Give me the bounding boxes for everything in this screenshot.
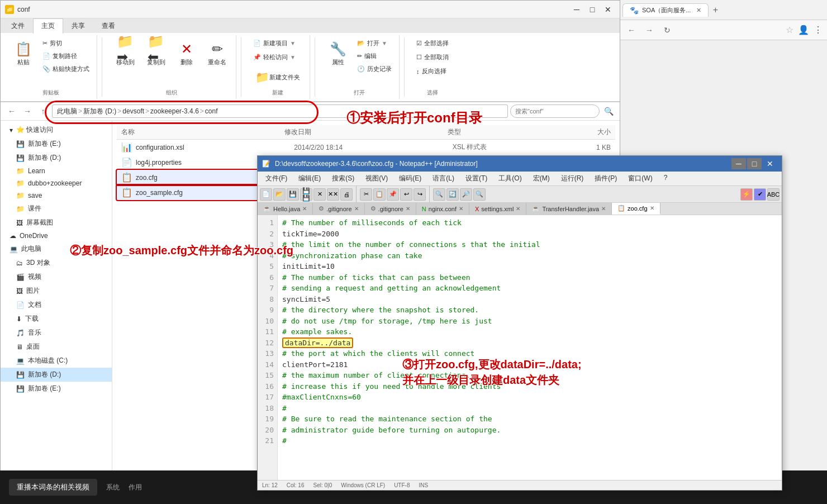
up-button[interactable]: ↑	[36, 104, 50, 118]
npp-close[interactable]: ✕	[763, 158, 777, 169]
col-header-date[interactable]: 修改日期	[284, 127, 448, 137]
easy-access-button[interactable]: 📌 轻松访问 ▼	[250, 51, 298, 63]
browser-user-icon[interactable]: 👤	[798, 25, 809, 35]
menu-tools[interactable]: 工具(O)	[493, 173, 527, 184]
sidebar-item-3d[interactable]: 🗂 3D 对象	[1, 256, 112, 270]
maximize-button[interactable]: □	[585, 4, 600, 15]
menu-help[interactable]: ?	[658, 173, 673, 184]
npp-tab-transfer[interactable]: ☕ TransferHandler.java ✕	[526, 203, 612, 215]
edit-button[interactable]: ✏ 编辑	[354, 50, 395, 62]
select-none-button[interactable]: ☐ 全部取消	[414, 51, 451, 63]
tab-share[interactable]: 共享	[63, 18, 93, 33]
tool-replace[interactable]: 🔄	[446, 188, 459, 201]
copy-path-button[interactable]: 📄 复制路径	[40, 50, 92, 62]
rename-button[interactable]: ✏ 重命名	[203, 37, 231, 69]
tool-undo[interactable]: ↩	[400, 188, 412, 201]
properties-button[interactable]: 🔧 属性	[324, 37, 352, 69]
sidebar-item-e[interactable]: 💾 新加卷 (E:)	[1, 137, 112, 151]
col-header-size[interactable]: 大小	[529, 127, 611, 137]
sidebar-item-pictures[interactable]: 🖼 图片	[1, 284, 112, 298]
video-replay-button[interactable]: 重播本词条的相关视频	[9, 479, 97, 496]
tool-find[interactable]: 🔍	[433, 188, 445, 201]
menu-language[interactable]: 语言(L)	[427, 173, 460, 184]
tool-paste[interactable]: 📌	[387, 188, 399, 201]
menu-macro[interactable]: 宏(M)	[527, 173, 555, 184]
tool-cut[interactable]: ✂	[360, 188, 372, 201]
tool-close[interactable]: ✕	[313, 188, 326, 201]
menu-search[interactable]: 搜索(S)	[326, 173, 360, 184]
search-input[interactable]	[510, 104, 600, 118]
cut-button[interactable]: ✂ 剪切	[40, 37, 92, 49]
npp-tab-gitignore1[interactable]: ⚙ .gitignore ✕	[313, 203, 364, 215]
invert-selection-button[interactable]: ↕ 反向选择	[414, 65, 449, 77]
sidebar-this-pc[interactable]: 💻 此电脑	[1, 242, 112, 256]
tool-abc[interactable]: ABC	[767, 188, 780, 201]
path-segment-d[interactable]: 新加卷 (D:)	[83, 107, 116, 116]
new-tab-button[interactable]: +	[709, 3, 722, 17]
browser-tab-close[interactable]: ✕	[696, 7, 701, 14]
sidebar-item-save[interactable]: 📁 save	[1, 189, 112, 202]
tab-home[interactable]: 主页	[33, 18, 63, 34]
sidebar-item-kejian[interactable]: 📁 课件	[1, 202, 112, 216]
sidebar-item-dubbo[interactable]: 📁 dubbo+zookeeper	[1, 177, 112, 189]
tool-open[interactable]: 📂	[273, 188, 286, 201]
col-header-name[interactable]: 名称	[121, 127, 284, 137]
paste-button[interactable]: 📋 粘贴	[9, 37, 37, 69]
menu-settings[interactable]: 设置(T)	[460, 173, 493, 184]
tool-zoom-in[interactable]: 🔎	[460, 188, 472, 201]
npp-tab-gitignore2[interactable]: ⚙ .gitignore ✕	[365, 203, 416, 215]
menu-edit[interactable]: 编辑(E)	[293, 173, 326, 184]
back-button[interactable]: ←	[5, 104, 18, 118]
sidebar-item-c[interactable]: 💻 本地磁盘 (C:)	[1, 354, 112, 368]
tool-zoom-out[interactable]: 🔍	[473, 188, 486, 201]
tab-view[interactable]: 查看	[93, 18, 123, 33]
file-item-configuration[interactable]: 📊 configuration.xsl 2014/2/20 18:14 XSL …	[117, 140, 615, 155]
sidebar-item-d-drive[interactable]: 💾 新加卷 (D:)	[1, 368, 112, 382]
minimize-button[interactable]: ─	[569, 4, 584, 15]
forward-button[interactable]: →	[21, 104, 34, 118]
bookmark-star[interactable]: ☆	[786, 25, 793, 35]
code-area[interactable]: # The number of milliseconds of each tic…	[278, 215, 782, 480]
address-path[interactable]: 此电脑 > 新加卷 (D:) > devsoft > zookeeper-3.4…	[52, 104, 508, 118]
delete-button[interactable]: ✕ 删除	[173, 37, 201, 69]
tool-copy[interactable]: 📋	[373, 188, 386, 201]
npp-tab-hello[interactable]: ☕ Hello.java ✕	[258, 203, 313, 215]
browser-refresh[interactable]: ↻	[660, 23, 674, 37]
paste-shortcut-button[interactable]: 📎 粘贴快捷方式	[40, 63, 92, 75]
browser-menu-icon[interactable]: ⋮	[814, 25, 823, 35]
close-button[interactable]: ✕	[601, 4, 615, 15]
tool-extra1[interactable]: ⚡	[740, 188, 753, 201]
browser-tab-soa[interactable]: 🐾 SOA（面向服务... ✕	[622, 3, 709, 17]
sidebar-onedrive[interactable]: ☁ OneDrive	[1, 230, 112, 242]
npp-maximize[interactable]: □	[747, 158, 762, 169]
npp-tab-nginx[interactable]: N nginx.conf ✕	[416, 203, 469, 215]
col-header-type[interactable]: 类型	[448, 127, 529, 137]
sidebar-item-downloads[interactable]: ⬇ 下载	[1, 312, 112, 326]
open-button[interactable]: 📂 打开 ▼	[354, 37, 395, 49]
tab-file[interactable]: 文件	[3, 18, 33, 33]
sidebar-item-video[interactable]: 🎬 视频	[1, 270, 112, 284]
path-segment-devsoft[interactable]: devsoft	[122, 107, 144, 115]
path-segment-pc[interactable]: 此电脑	[57, 107, 77, 116]
npp-tab-settings[interactable]: X settings.xml ✕	[469, 203, 526, 215]
sidebar-quick-access[interactable]: ▾ ⭐ 快速访问	[1, 123, 112, 137]
move-button[interactable]: 📁➡ 移动到	[111, 37, 140, 69]
new-item-button[interactable]: 📄 新建项目 ▼	[250, 37, 298, 49]
menu-plugins[interactable]: 插件(P)	[589, 173, 622, 184]
tool-redo[interactable]: ↪	[414, 188, 426, 201]
search-button[interactable]: 🔍	[602, 104, 615, 118]
npp-tab-zoo[interactable]: 📋 zoo.cfg ✕	[612, 203, 660, 215]
tool-close-all[interactable]: ✕✕	[327, 188, 339, 201]
sidebar-item-music[interactable]: 🎵 音乐	[1, 326, 112, 340]
copy-to-button[interactable]: 📁⬅ 复制到	[142, 37, 170, 69]
new-folder-button[interactable]: 📁 新建文件夹	[250, 68, 305, 87]
tool-print[interactable]: 🖨	[340, 188, 353, 201]
menu-file[interactable]: 文件(F)	[260, 173, 293, 184]
tool-new[interactable]: 📄	[260, 188, 272, 201]
sidebar-item-screenshot[interactable]: 🖼 屏幕截图	[1, 216, 112, 230]
select-all-button[interactable]: ☑ 全部选择	[414, 37, 451, 49]
path-segment-conf[interactable]: conf	[205, 107, 218, 115]
menu-encoding[interactable]: 编码(E)	[393, 173, 427, 184]
history-button[interactable]: 🕐 历史记录	[354, 63, 395, 75]
npp-minimize[interactable]: ─	[731, 158, 746, 169]
